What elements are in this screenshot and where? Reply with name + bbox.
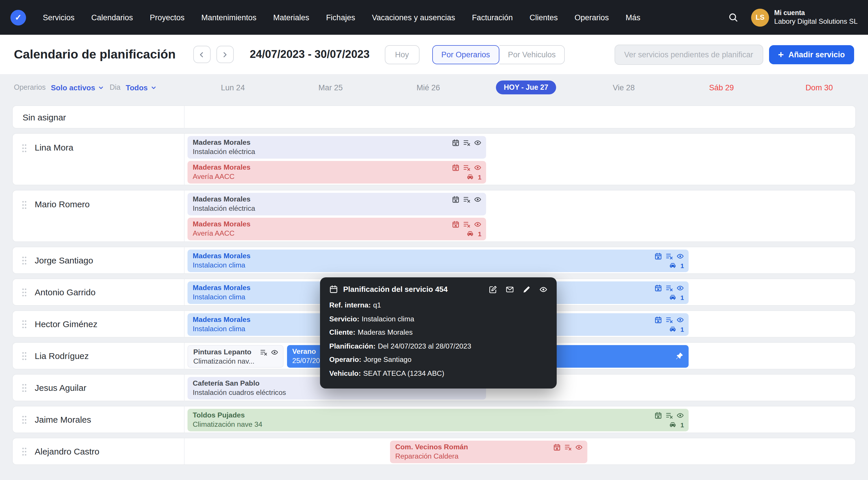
checklist-x-icon[interactable] [463, 196, 470, 203]
pending-services-button[interactable]: Ver servicios pendientes de planificar [614, 44, 763, 65]
eye-icon[interactable] [474, 139, 482, 147]
drag-handle-icon[interactable] [22, 256, 27, 265]
event-service: Reparación Caldera [395, 452, 583, 461]
pencil-icon[interactable] [523, 285, 531, 293]
drag-handle-icon[interactable] [22, 144, 27, 153]
nav-servicios[interactable]: Servicios [43, 13, 75, 22]
calendar-x-icon[interactable] [452, 164, 460, 171]
event[interactable]: Maderas Morales Avería AACC 1 [187, 161, 486, 184]
calendar-header-row: Operarios Solo activos Dia Todos Lun 24 … [0, 74, 868, 101]
nav-proyectos[interactable]: Proyectos [150, 13, 185, 22]
toggle-por-operarios[interactable]: Por Operarios [432, 45, 499, 64]
operator-name: Lia Rodríguez [35, 351, 89, 361]
eye-icon[interactable] [677, 252, 684, 260]
eye-icon[interactable] [575, 444, 583, 451]
eye-icon[interactable] [271, 349, 278, 356]
mail-icon[interactable] [506, 285, 514, 293]
event[interactable]: Maderas Morales Instalación eléctrica [187, 136, 486, 159]
vehicle-count: 1 [681, 326, 684, 333]
operator-name: Lina Mora [35, 143, 73, 152]
drag-handle-icon[interactable] [22, 383, 27, 392]
checklist-x-icon[interactable] [463, 220, 470, 228]
tooltip-title: Planificación del servicio 454 [343, 285, 447, 294]
calendar-icon [329, 285, 338, 294]
checklist-x-icon[interactable] [665, 284, 673, 292]
operator-name: Mario Romero [35, 199, 90, 209]
nav-mantenimientos[interactable]: Mantenimientos [202, 13, 257, 22]
drag-handle-icon[interactable] [22, 351, 27, 360]
checklist-x-icon[interactable] [463, 164, 470, 171]
checklist-x-icon[interactable] [665, 252, 673, 260]
add-service-button[interactable]: + Añadir servicio [769, 45, 854, 64]
row-jorge-santiago: Jorge Santiago Maderas Morales Instalaci… [12, 247, 856, 274]
calendar-x-icon[interactable] [553, 444, 561, 451]
app-logo[interactable]: ✓ [10, 9, 26, 25]
nav-clientes[interactable]: Clientes [529, 13, 558, 22]
toggle-por-vehiculos[interactable]: Por Vehiculos [499, 45, 565, 64]
checklist-x-icon[interactable] [260, 349, 267, 356]
row-events: Maderas Morales Instalación eléctrica Ma… [185, 190, 855, 241]
chevron-down-icon [151, 84, 157, 91]
calendar-x-icon[interactable] [452, 196, 460, 203]
drag-handle-icon[interactable] [22, 288, 27, 297]
calendar-x-icon[interactable] [654, 412, 662, 419]
event[interactable]: Pinturas Lepanto Climatización nav... [187, 345, 283, 368]
nav-vacaciones-y-ausencias[interactable]: Vacaciones y ausencias [372, 13, 455, 22]
checklist-x-icon[interactable] [665, 412, 673, 419]
calendar-x-icon[interactable] [654, 284, 662, 292]
event-service: Instalación cuadros eléctricos [193, 388, 482, 397]
event-service: Avería AACC [193, 229, 482, 238]
nav-facturacion[interactable]: Facturación [472, 13, 513, 22]
row-events: Toldos Pujades Climatización nave 34 1 [185, 407, 855, 432]
checklist-x-icon[interactable] [463, 139, 470, 147]
nav-fichajes[interactable]: Fichajes [326, 13, 355, 22]
event[interactable]: Com. Vecinos Román Reparación Caldera [390, 441, 587, 463]
pin-icon[interactable] [675, 352, 683, 360]
tooltip-actions [489, 285, 548, 293]
nav-mas[interactable]: Más [625, 13, 640, 22]
car-icon [669, 325, 677, 333]
day-filter-dropdown[interactable]: Todos [126, 83, 157, 92]
calendar-x-icon[interactable] [452, 220, 460, 228]
service-tooltip: Planificación del servicio 454 Ref. inte… [320, 277, 557, 389]
eye-icon[interactable] [474, 164, 482, 171]
checklist-x-icon[interactable] [564, 444, 572, 451]
drag-handle-icon[interactable] [22, 319, 27, 329]
search-icon[interactable] [728, 12, 738, 23]
drag-handle-icon[interactable] [22, 447, 27, 456]
nav-calendarios[interactable]: Calendarios [91, 13, 133, 22]
eye-icon[interactable] [677, 284, 684, 292]
eye-icon[interactable] [474, 196, 482, 203]
event[interactable]: Toldos Pujades Climatización nave 34 1 [187, 409, 689, 431]
car-icon [466, 173, 474, 181]
calendar-x-icon[interactable] [654, 252, 662, 260]
nav-materiales[interactable]: Materiales [273, 13, 309, 22]
tooltip-field: Servicio:Instalacion clima [329, 312, 548, 326]
eye-icon[interactable] [539, 285, 548, 293]
event[interactable]: Maderas Morales Avería AACC 1 [187, 218, 486, 240]
account-menu[interactable]: LS Mi cuenta Labory Digital Solutions SL [751, 8, 858, 26]
event[interactable]: Maderas Morales Instalación eléctrica [187, 193, 486, 215]
vehicle-count: 1 [478, 230, 482, 237]
vehicle-count: 1 [681, 294, 684, 301]
eye-icon[interactable] [677, 316, 684, 324]
view-toggle: Por Operarios Por Vehiculos [432, 45, 565, 64]
top-nav: ✓ Servicios Calendarios Proyectos Manten… [0, 0, 868, 35]
drag-handle-icon[interactable] [22, 415, 27, 424]
calendar-x-icon[interactable] [452, 139, 460, 147]
drag-handle-icon[interactable] [22, 200, 27, 210]
next-week-button[interactable] [216, 46, 234, 63]
event[interactable]: Maderas Morales Instalacion clima 1 [187, 249, 689, 272]
tooltip-field: Planificación:Del 24/07/2023 al 28/07/20… [329, 339, 548, 353]
prev-week-button[interactable] [193, 46, 210, 63]
operators-filter-dropdown[interactable]: Solo activos [51, 83, 104, 92]
edit-schedule-icon[interactable] [489, 285, 497, 293]
chevron-down-icon [98, 84, 104, 91]
checklist-x-icon[interactable] [665, 316, 673, 324]
today-button[interactable]: Hoy [384, 45, 419, 64]
calendar-x-icon[interactable] [654, 316, 662, 324]
nav-operarios[interactable]: Operarios [575, 13, 609, 22]
eye-icon[interactable] [474, 220, 482, 228]
event-service: Climatización nav... [193, 357, 278, 366]
eye-icon[interactable] [677, 412, 684, 419]
